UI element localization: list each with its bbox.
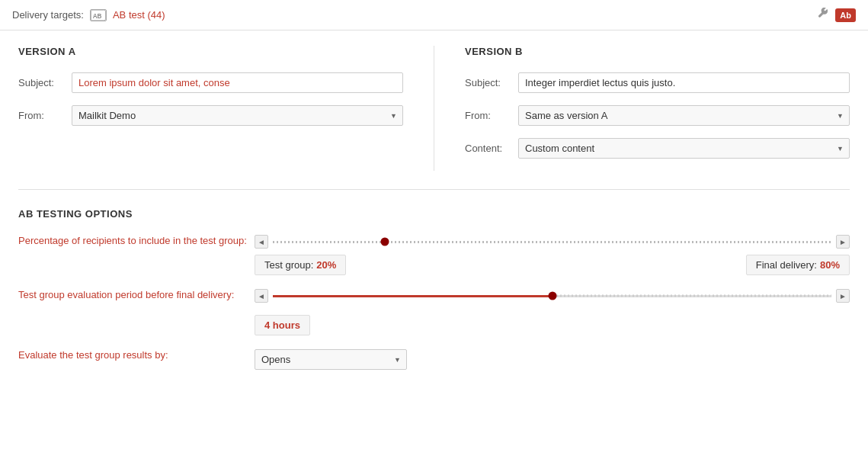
version-a-title: VERSION A: [18, 46, 403, 57]
evaluate-select-wrapper: Opens Clicks Conversions: [255, 349, 407, 370]
version-b-content-wrapper: Custom content: [518, 138, 850, 159]
wrench-icon[interactable]: [817, 8, 829, 22]
main-content: VERSION A Subject: From: Mailkit Demo VE…: [0, 30, 868, 391]
version-a-from-select[interactable]: Mailkit Demo: [72, 105, 403, 126]
percentage-track: [273, 236, 831, 247]
test-group-value: 20%: [316, 259, 336, 271]
version-b-subject-label: Subject:: [465, 77, 518, 88]
test-group-badge: Test group: 20%: [255, 255, 346, 275]
hours-value-row: 4 hours: [18, 309, 850, 335]
version-b-subject-input[interactable]: [518, 72, 850, 93]
percentage-values-row: Test group: 20% Final delivery: 80%: [18, 255, 850, 275]
ab-badge: Ab: [835, 8, 856, 22]
version-a-from-label: From:: [18, 110, 72, 121]
percentage-right-arrow[interactable]: ►: [836, 235, 850, 249]
version-a-from-wrapper: Mailkit Demo: [72, 105, 403, 126]
version-b-from-select[interactable]: Same as version A: [518, 105, 850, 126]
test-group-label: Test group:: [264, 259, 313, 271]
percentage-left-arrow[interactable]: ◄: [255, 235, 268, 249]
percentage-thumb[interactable]: [380, 238, 389, 246]
hours-badge: 4 hours: [255, 315, 310, 335]
evaluate-row: Evaluate the test group results by: Open…: [18, 349, 850, 370]
hours-track-dotted-right: [553, 295, 832, 297]
top-bar-left: Delivery targets: AB AB test (44): [12, 9, 165, 21]
percentage-slider-container: ◄ ►: [255, 235, 850, 249]
final-delivery-badge: Final delivery: 80%: [746, 255, 850, 275]
ab-test-icon: AB: [90, 9, 107, 21]
versions-row: VERSION A Subject: From: Mailkit Demo VE…: [18, 46, 850, 171]
version-b-title: VERSION B: [465, 46, 850, 57]
svg-text:AB: AB: [93, 12, 102, 19]
section-divider: [18, 189, 850, 190]
version-b-content-select[interactable]: Custom content: [518, 138, 850, 159]
evaluate-select[interactable]: Opens Clicks Conversions: [255, 349, 407, 370]
percentage-label: Percentage of recipients to include in t…: [18, 235, 255, 246]
percentage-track-bg: [273, 241, 831, 243]
top-bar-right: Ab: [817, 8, 856, 22]
version-b-content-row: Content: Custom content: [465, 138, 850, 159]
hours-right-arrow[interactable]: ►: [836, 289, 850, 303]
version-a-subject-row: Subject:: [18, 72, 403, 93]
hours-track: [273, 290, 831, 301]
version-b-from-row: From: Same as version A: [465, 105, 850, 126]
final-delivery-label: Final delivery:: [756, 259, 817, 271]
hours-thumb[interactable]: [548, 292, 556, 300]
delivery-label: Delivery targets:: [12, 9, 84, 21]
final-delivery-value: 80%: [820, 259, 840, 271]
version-a-from-row: From: Mailkit Demo: [18, 105, 403, 126]
version-b-column: VERSION B Subject: From: Same as version…: [434, 46, 850, 171]
version-b-content-label: Content:: [465, 143, 518, 154]
ab-testing-section-title: AB TESTING OPTIONS: [18, 208, 850, 220]
evaluation-period-slider-container: ◄ ►: [255, 289, 850, 303]
percentage-option-row: Percentage of recipients to include in t…: [18, 235, 850, 249]
ab-test-link[interactable]: AB test (44): [113, 9, 165, 21]
top-bar: Delivery targets: AB AB test (44) Ab: [0, 0, 868, 30]
evaluation-period-label: Test group evaluation period before fina…: [18, 289, 255, 300]
evaluate-label: Evaluate the test group results by:: [18, 349, 255, 361]
version-a-subject-input[interactable]: [72, 72, 403, 93]
version-b-subject-row: Subject:: [465, 72, 850, 93]
version-a-column: VERSION A Subject: From: Mailkit Demo: [18, 46, 434, 171]
version-a-subject-label: Subject:: [18, 77, 72, 88]
version-b-from-wrapper: Same as version A: [518, 105, 850, 126]
version-b-from-label: From:: [465, 110, 518, 121]
hours-track-fill: [273, 295, 553, 297]
evaluation-period-row: Test group evaluation period before fina…: [18, 289, 850, 303]
hours-left-arrow[interactable]: ◄: [255, 289, 268, 303]
